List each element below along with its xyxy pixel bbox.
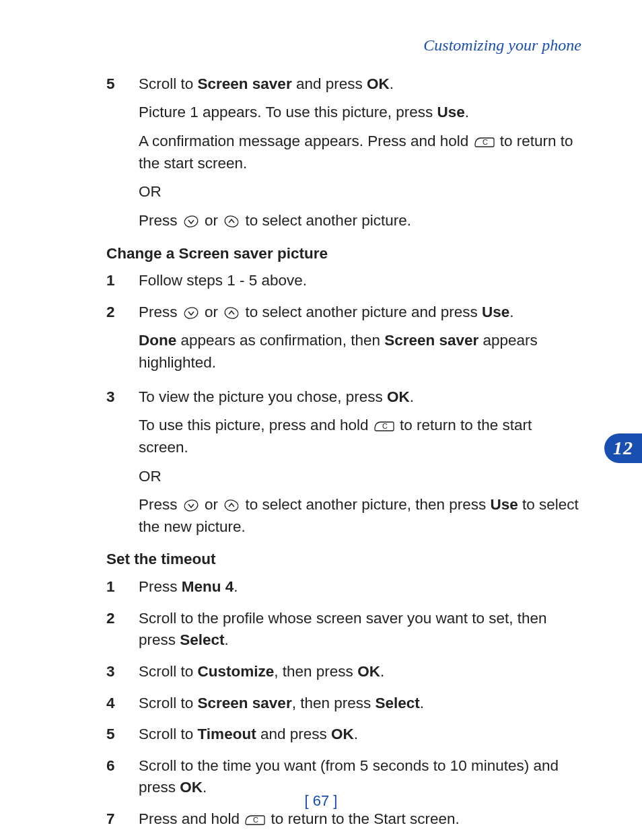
text: .	[234, 578, 238, 595]
text: Picture 1 appears. To use this picture, …	[139, 104, 437, 120]
step-number: 1	[106, 576, 139, 598]
step-number: 2	[106, 608, 139, 630]
text: to select another picture, then press	[241, 496, 490, 513]
subheading-set-timeout: Set the timeout	[106, 549, 581, 571]
bold-text: Screen saver	[384, 332, 478, 349]
step-number: 3	[106, 386, 139, 409]
paragraph: Picture 1 appears. To use this picture, …	[139, 102, 581, 124]
bold-text: Use	[437, 104, 465, 120]
step-body: Scroll to Screen saver, then press Selec…	[139, 693, 581, 715]
text: Press	[139, 304, 182, 320]
text: Scroll to	[139, 695, 198, 711]
svg-text:C: C	[382, 422, 388, 430]
paragraph: Press or to select another picture.	[139, 210, 581, 232]
bold-text: Screen saver	[198, 75, 292, 92]
step-1: 1 Follow steps 1 - 5 above.	[106, 270, 581, 292]
up-arrow-key-icon	[223, 499, 240, 512]
bold-text: Select	[180, 631, 224, 648]
step-number: 6	[106, 755, 139, 777]
bold-text: OK	[367, 75, 390, 92]
text: Press	[139, 496, 182, 513]
text: .	[509, 304, 513, 320]
text: .	[380, 663, 384, 680]
text: Scroll to	[139, 75, 198, 92]
bold-text: Select	[375, 695, 419, 711]
down-arrow-key-icon	[183, 499, 199, 512]
bold-text: OK	[357, 663, 380, 680]
text: Press	[139, 212, 182, 229]
step-number: 2	[106, 302, 139, 324]
bold-text: Customize	[198, 663, 275, 680]
step-number: 1	[106, 270, 139, 292]
text: Press	[139, 578, 182, 595]
bold-text: OK	[387, 388, 410, 405]
text: to select another picture and press	[241, 304, 482, 320]
text: .	[410, 388, 414, 405]
step-4: 4 Scroll to Screen saver, then press Sel…	[106, 693, 581, 715]
text: , then press	[292, 695, 376, 711]
svg-text:C: C	[253, 816, 258, 824]
down-arrow-key-icon	[183, 215, 199, 228]
svg-point-7	[224, 499, 240, 512]
bold-text: Timeout	[198, 726, 256, 742]
step-2: 2 Scroll to the profile whose screen sav…	[106, 608, 581, 652]
text: A confirmation message appears. Press an…	[139, 133, 473, 149]
text: .	[390, 75, 394, 92]
step-3: 3 Scroll to Customize, then press OK.	[106, 661, 581, 683]
step-5: 5 Scroll to Screen saver and press OK.	[106, 73, 581, 96]
step-5: 5 Scroll to Timeout and press OK.	[106, 724, 581, 746]
bold-text: Done	[139, 332, 176, 349]
step-number: 5	[106, 724, 139, 746]
text: or	[201, 496, 223, 513]
text: To view the picture you chose, press	[139, 388, 387, 405]
bold-text: Screen saver	[198, 695, 292, 711]
page-header: Customizing your phone	[106, 34, 581, 57]
bold-text: Use	[482, 304, 509, 320]
step-body: Press Menu 4.	[139, 576, 581, 598]
step-body: Scroll to the profile whose screen saver…	[139, 608, 581, 652]
svg-point-3	[183, 306, 199, 320]
svg-point-2	[224, 215, 240, 228]
bold-text: OK	[331, 726, 354, 742]
step-body: Scroll to Customize, then press OK.	[139, 661, 581, 683]
text: .	[465, 104, 469, 120]
paragraph: OR	[139, 466, 581, 488]
paragraph: Done appears as confirmation, then Scree…	[139, 330, 581, 374]
up-arrow-key-icon	[223, 215, 240, 228]
step-1: 1 Press Menu 4.	[106, 576, 581, 598]
step-3: 3 To view the picture you chose, press O…	[106, 386, 581, 409]
c-key-icon: C	[374, 420, 394, 432]
bold-text: Use	[491, 496, 518, 513]
text: to return to the Start screen.	[266, 810, 459, 827]
svg-point-4	[224, 306, 240, 320]
paragraph: Press or to select another picture, then…	[139, 494, 581, 538]
step-number: 3	[106, 661, 139, 683]
step-2: 2 Press or to select another picture and…	[106, 302, 581, 324]
step-number: 5	[106, 73, 139, 96]
paragraph: A confirmation message appears. Press an…	[139, 131, 581, 174]
step-number: 4	[106, 693, 139, 715]
page-content: Customizing your phone 5 Scroll to Scree…	[0, 0, 642, 840]
text: To use this picture, press and hold	[139, 417, 373, 433]
up-arrow-key-icon	[223, 306, 240, 320]
down-arrow-key-icon	[183, 306, 199, 320]
paragraph: OR	[139, 181, 581, 203]
svg-point-1	[183, 215, 199, 228]
text: to select another picture.	[241, 212, 411, 229]
text: , then press	[274, 663, 357, 680]
chapter-tab: 12	[604, 433, 642, 463]
bold-text: Menu 4	[182, 578, 234, 595]
page-number: [ 67 ]	[0, 790, 642, 812]
subheading-change-picture: Change a Screen saver picture	[106, 243, 581, 265]
c-key-icon: C	[474, 136, 495, 148]
text: Scroll to	[139, 663, 198, 680]
step-body: Press or to select another picture and p…	[139, 302, 581, 324]
text: .	[420, 695, 424, 711]
step-body: Scroll to Timeout and press OK.	[139, 724, 581, 746]
svg-text:C: C	[483, 138, 488, 146]
step-body: To view the picture you chose, press OK.	[139, 386, 581, 409]
c-key-icon: C	[245, 814, 265, 826]
text: .	[354, 726, 358, 742]
paragraph: To use this picture, press and hold C to…	[139, 415, 581, 458]
text: and press	[292, 75, 367, 92]
